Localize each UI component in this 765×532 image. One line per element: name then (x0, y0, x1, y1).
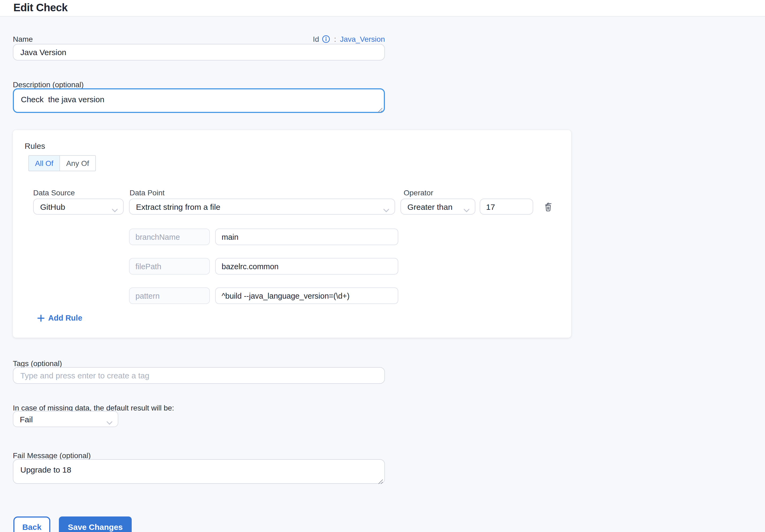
trash-icon (543, 206, 553, 214)
operator-threshold-input[interactable] (480, 199, 533, 215)
tags-label: Tags (optional) (13, 359, 62, 368)
description-textarea[interactable]: Check the java version (13, 88, 385, 113)
check-id-group: Id : Java_Version (313, 35, 385, 43)
any-of-button[interactable]: Any Of (59, 155, 96, 171)
plus-icon (37, 314, 44, 321)
info-icon[interactable] (322, 35, 330, 43)
param-value-filepath[interactable] (215, 258, 398, 274)
param-name-branchname: branchName (129, 229, 210, 245)
name-label: Name (13, 35, 33, 43)
chevron-down-icon (112, 205, 118, 214)
data-point-value: Extract string from a file (136, 202, 220, 211)
delete-rule-button[interactable] (543, 201, 553, 212)
param-value-pattern[interactable] (215, 287, 398, 304)
data-point-select[interactable]: Extract string from a file (129, 199, 395, 215)
name-row: Name Id : Java_Version (13, 34, 385, 44)
id-separator: : (334, 35, 336, 43)
param-name-filepath: filePath (129, 258, 210, 274)
param-name-pattern: pattern (129, 287, 210, 304)
chevron-down-icon (107, 417, 112, 426)
all-of-button[interactable]: All Of (28, 155, 60, 171)
check-id-link[interactable]: Java_Version (340, 35, 385, 43)
name-input[interactable] (13, 44, 385, 61)
fail-message-textarea[interactable]: Upgrade to 18 (13, 459, 385, 484)
data-source-select[interactable]: GitHub (33, 199, 124, 215)
operator-select[interactable]: Greater than (400, 199, 475, 215)
save-changes-button[interactable]: Save Changes (59, 516, 132, 532)
page-header: Edit Check (0, 0, 765, 17)
rules-label: Rules (25, 141, 45, 150)
missing-data-result-select[interactable]: Fail (13, 411, 118, 427)
add-rule-button[interactable]: Add Rule (37, 313, 82, 322)
data-source-column-label: Data Source (33, 189, 75, 197)
chevron-down-icon (383, 205, 389, 214)
fail-message-label: Fail Message (optional) (13, 451, 91, 460)
missing-data-result-value: Fail (20, 414, 33, 424)
operator-column-label: Operator (403, 189, 433, 197)
data-source-value: GitHub (40, 202, 65, 211)
chevron-down-icon (463, 205, 469, 214)
back-button[interactable]: Back (13, 516, 50, 532)
data-point-column-label: Data Point (130, 189, 165, 197)
tags-input[interactable] (13, 367, 385, 384)
rules-match-toggle: All Of Any Of (28, 155, 96, 171)
operator-value: Greater than (407, 202, 452, 211)
id-label: Id (313, 35, 319, 43)
param-value-branchname[interactable] (215, 229, 398, 245)
description-label: Description (optional) (13, 80, 84, 89)
page-title: Edit Check (13, 2, 68, 14)
add-rule-label: Add Rule (48, 313, 82, 322)
edit-check-page: Edit Check Name Id : Java_Version Descri… (0, 0, 765, 532)
